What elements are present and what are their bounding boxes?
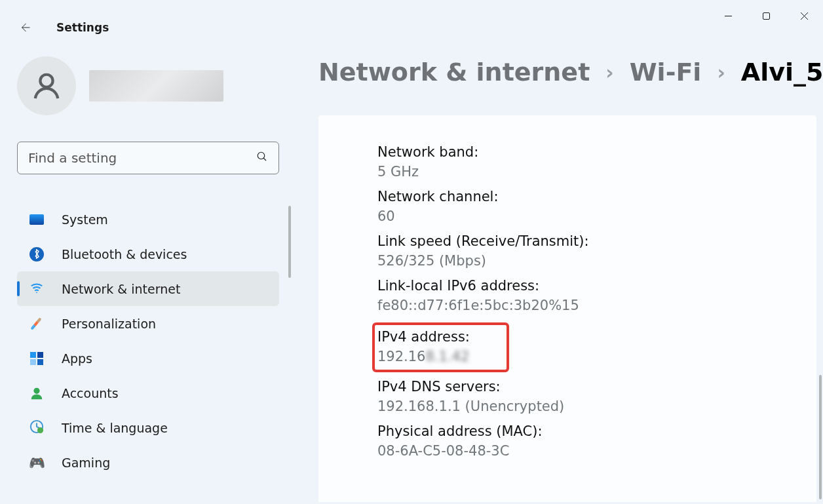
- prop-label: Network channel:: [377, 189, 757, 204]
- prop-value: 192.16: [377, 349, 425, 364]
- search-icon: [256, 151, 268, 165]
- sidebar-item-personalization[interactable]: Personalization: [17, 306, 279, 341]
- sidebar-item-label: System: [62, 212, 108, 227]
- breadcrumb: Network & internet › Wi-Fi › Alvi_5G: [318, 58, 816, 87]
- maximize-button[interactable]: [747, 0, 785, 31]
- sidebar-item-label: Bluetooth & devices: [62, 247, 187, 262]
- sidebar-item-apps[interactable]: Apps: [17, 341, 279, 376]
- sidebar-item-accounts[interactable]: Accounts: [17, 376, 279, 410]
- prop-value: 526/325 (Mbps): [377, 253, 757, 269]
- ipv4-redacted: 8.1.42: [425, 349, 469, 364]
- app-title: Settings: [56, 21, 109, 34]
- prop-value: 192.168.1.1 (Unencrypted): [377, 398, 757, 414]
- svg-rect-0: [763, 12, 769, 19]
- prop-label: Network band:: [377, 144, 757, 160]
- accounts-icon: [29, 385, 45, 401]
- monitor-icon: [29, 212, 45, 227]
- minimize-button[interactable]: [709, 0, 747, 31]
- sidebar-item-system[interactable]: System: [17, 202, 279, 237]
- prop-value: 60: [377, 208, 757, 224]
- sidebar-item-label: Apps: [62, 351, 92, 366]
- close-button[interactable]: [785, 0, 823, 31]
- breadcrumb-root[interactable]: Network & internet: [318, 58, 590, 87]
- gamepad-icon: 🎮: [29, 455, 45, 471]
- sidebar-item-network[interactable]: Network & internet: [17, 271, 279, 306]
- prop-label: Physical address (MAC):: [377, 423, 757, 439]
- properties-panel: Network band: 5 GHz Network channel: 60 …: [318, 115, 816, 502]
- sidebar-item-time-language[interactable]: Time & language: [17, 410, 279, 445]
- user-name-redacted: [89, 70, 223, 102]
- svg-point-1: [40, 75, 52, 87]
- sidebar-item-bluetooth[interactable]: Bluetooth & devices: [17, 237, 279, 271]
- sidebar-item-gaming[interactable]: 🎮 Gaming: [17, 445, 279, 480]
- sidebar-item-label: Time & language: [62, 421, 168, 435]
- svg-point-3: [36, 292, 37, 293]
- user-profile[interactable]: [17, 56, 279, 115]
- avatar: [17, 56, 76, 115]
- back-button[interactable]: [12, 14, 38, 41]
- prop-value: 08-6A-C5-08-48-3C: [377, 443, 757, 459]
- sidebar-item-label: Personalization: [62, 317, 156, 331]
- sidebar-scrollbar[interactable]: [288, 206, 291, 278]
- search-input[interactable]: [28, 150, 256, 166]
- chevron-right-icon: ›: [717, 61, 725, 84]
- prop-label: IPv4 address:: [377, 329, 470, 345]
- breadcrumb-current: Alvi_5G: [741, 58, 823, 87]
- apps-icon: [29, 351, 45, 366]
- svg-point-6: [37, 427, 43, 433]
- wifi-icon: [29, 281, 45, 297]
- sidebar-item-label: Network & internet: [62, 282, 180, 296]
- breadcrumb-mid[interactable]: Wi-Fi: [630, 58, 702, 87]
- prop-label: Link-local IPv6 address:: [377, 278, 757, 294]
- bluetooth-icon: [29, 246, 45, 262]
- content-scrollbar[interactable]: [819, 375, 822, 499]
- sidebar-item-label: Accounts: [62, 386, 119, 400]
- svg-point-4: [33, 387, 39, 393]
- svg-point-2: [258, 152, 265, 159]
- clock-globe-icon: [29, 420, 45, 436]
- window-controls: [709, 0, 823, 31]
- chevron-right-icon: ›: [605, 61, 613, 84]
- sidebar-item-label: Gaming: [62, 456, 110, 470]
- prop-value: fe80::d77:6f1e:5bc:3b20%15: [377, 298, 757, 313]
- prop-value: 5 GHz: [377, 164, 757, 180]
- sidebar-nav: System Bluetooth & devices Network & int…: [17, 202, 279, 480]
- search-box[interactable]: [17, 142, 279, 174]
- ipv4-highlight: IPv4 address: 192.168.1.42: [372, 322, 509, 372]
- paintbrush-icon: [29, 316, 45, 332]
- prop-label: IPv4 DNS servers:: [377, 379, 757, 395]
- prop-label: Link speed (Receive/Transmit):: [377, 233, 757, 249]
